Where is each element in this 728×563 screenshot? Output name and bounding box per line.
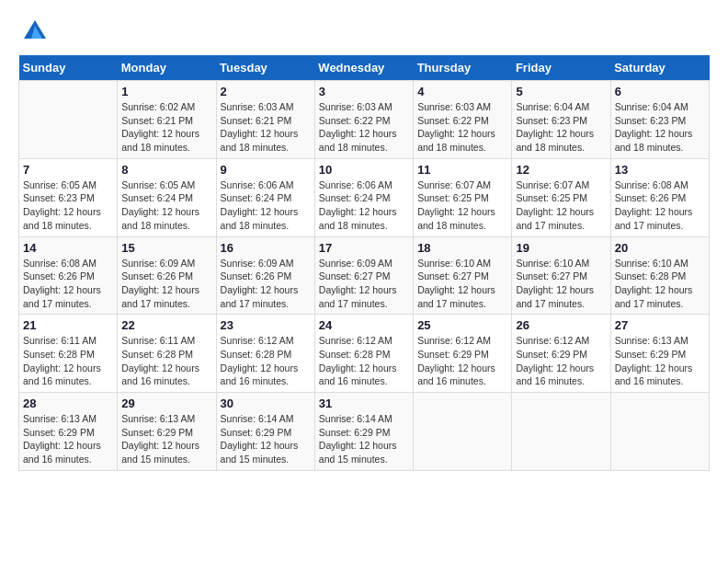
day-number: 22 [121,318,211,332]
calendar-cell: 11Sunrise: 6:07 AM Sunset: 6:25 PM Dayli… [414,158,512,236]
day-number: 21 [23,318,113,332]
calendar-cell: 12Sunrise: 6:07 AM Sunset: 6:25 PM Dayli… [512,158,610,236]
day-info: Sunrise: 6:12 AM Sunset: 6:28 PM Dayligh… [319,334,409,388]
day-info: Sunrise: 6:13 AM Sunset: 6:29 PM Dayligh… [615,334,705,388]
calendar-header: SundayMondayTuesdayWednesdayThursdayFrid… [19,55,710,81]
header-day-monday: Monday [118,55,216,81]
calendar-cell: 22Sunrise: 6:11 AM Sunset: 6:28 PM Dayli… [118,315,216,393]
day-info: Sunrise: 6:09 AM Sunset: 6:26 PM Dayligh… [221,257,311,311]
day-info: Sunrise: 6:13 AM Sunset: 6:29 PM Dayligh… [121,412,211,466]
day-info: Sunrise: 6:11 AM Sunset: 6:28 PM Dayligh… [23,334,113,388]
day-info: Sunrise: 6:08 AM Sunset: 6:26 PM Dayligh… [23,257,113,311]
calendar-cell: 9Sunrise: 6:06 AM Sunset: 6:24 PM Daylig… [216,158,314,236]
calendar-cell: 18Sunrise: 6:10 AM Sunset: 6:27 PM Dayli… [414,236,512,315]
day-number: 17 [319,241,409,255]
day-number: 11 [417,163,507,177]
day-number: 8 [121,163,211,177]
header [18,18,710,46]
day-number: 16 [221,241,311,255]
week-row-4: 21Sunrise: 6:11 AM Sunset: 6:28 PM Dayli… [19,315,710,393]
calendar-cell: 25Sunrise: 6:12 AM Sunset: 6:29 PM Dayli… [414,315,512,393]
calendar-cell: 3Sunrise: 6:03 AM Sunset: 6:22 PM Daylig… [314,81,413,159]
calendar-table: SundayMondayTuesdayWednesdayThursdayFrid… [18,55,710,471]
day-number: 6 [615,85,705,98]
day-number: 10 [319,163,409,177]
header-day-saturday: Saturday [610,55,709,81]
calendar-cell: 27Sunrise: 6:13 AM Sunset: 6:29 PM Dayli… [610,315,709,393]
day-info: Sunrise: 6:10 AM Sunset: 6:28 PM Dayligh… [615,257,705,311]
header-day-wednesday: Wednesday [314,55,413,81]
day-number: 27 [615,318,705,332]
calendar-cell: 19Sunrise: 6:10 AM Sunset: 6:27 PM Dayli… [512,236,610,315]
day-info: Sunrise: 6:07 AM Sunset: 6:25 PM Dayligh… [516,178,606,233]
calendar-cell: 6Sunrise: 6:04 AM Sunset: 6:23 PM Daylig… [610,81,709,159]
calendar-body: 1Sunrise: 6:02 AM Sunset: 6:21 PM Daylig… [19,81,710,471]
calendar-cell [610,393,709,471]
logo [18,18,48,46]
calendar-cell: 31Sunrise: 6:14 AM Sunset: 6:29 PM Dayli… [314,393,413,471]
day-number: 2 [221,85,311,98]
header-row: SundayMondayTuesdayWednesdayThursdayFrid… [19,55,710,81]
day-info: Sunrise: 6:05 AM Sunset: 6:24 PM Dayligh… [121,178,211,233]
calendar-cell [414,393,512,471]
day-info: Sunrise: 6:14 AM Sunset: 6:29 PM Dayligh… [319,412,409,466]
day-number: 15 [121,241,211,255]
day-number: 25 [417,318,507,332]
day-number: 9 [221,163,311,177]
week-row-3: 14Sunrise: 6:08 AM Sunset: 6:26 PM Dayli… [19,236,710,315]
day-info: Sunrise: 6:04 AM Sunset: 6:23 PM Dayligh… [516,100,606,155]
day-number: 23 [221,318,311,332]
day-info: Sunrise: 6:03 AM Sunset: 6:21 PM Dayligh… [221,100,311,155]
week-row-2: 7Sunrise: 6:05 AM Sunset: 6:23 PM Daylig… [19,158,710,236]
day-number: 19 [516,241,606,255]
calendar-cell: 10Sunrise: 6:06 AM Sunset: 6:24 PM Dayli… [314,158,413,236]
calendar-cell: 4Sunrise: 6:03 AM Sunset: 6:22 PM Daylig… [414,81,512,159]
calendar-cell: 8Sunrise: 6:05 AM Sunset: 6:24 PM Daylig… [118,158,216,236]
day-info: Sunrise: 6:09 AM Sunset: 6:27 PM Dayligh… [319,257,409,311]
day-info: Sunrise: 6:06 AM Sunset: 6:24 PM Dayligh… [319,178,409,233]
calendar-cell: 30Sunrise: 6:14 AM Sunset: 6:29 PM Dayli… [216,393,314,471]
day-number: 13 [615,163,705,177]
calendar-cell: 7Sunrise: 6:05 AM Sunset: 6:23 PM Daylig… [19,158,118,236]
day-info: Sunrise: 6:08 AM Sunset: 6:26 PM Dayligh… [615,178,705,233]
header-day-sunday: Sunday [19,55,118,81]
calendar-cell [512,393,610,471]
calendar-cell: 20Sunrise: 6:10 AM Sunset: 6:28 PM Dayli… [610,236,709,315]
day-number: 30 [221,396,311,410]
day-info: Sunrise: 6:05 AM Sunset: 6:23 PM Dayligh… [23,178,113,233]
day-info: Sunrise: 6:10 AM Sunset: 6:27 PM Dayligh… [417,257,507,311]
calendar-cell: 5Sunrise: 6:04 AM Sunset: 6:23 PM Daylig… [512,81,610,159]
header-day-friday: Friday [512,55,610,81]
calendar-cell: 28Sunrise: 6:13 AM Sunset: 6:29 PM Dayli… [19,393,118,471]
day-number: 31 [319,396,409,410]
day-number: 26 [516,318,606,332]
day-number: 5 [516,85,606,98]
day-number: 7 [23,163,113,177]
day-number: 12 [516,163,606,177]
header-day-tuesday: Tuesday [216,55,314,81]
day-number: 14 [23,241,113,255]
day-number: 4 [417,85,507,98]
day-info: Sunrise: 6:12 AM Sunset: 6:28 PM Dayligh… [221,334,311,388]
day-info: Sunrise: 6:03 AM Sunset: 6:22 PM Dayligh… [417,100,507,155]
day-info: Sunrise: 6:13 AM Sunset: 6:29 PM Dayligh… [23,412,113,466]
week-row-1: 1Sunrise: 6:02 AM Sunset: 6:21 PM Daylig… [19,81,710,159]
day-info: Sunrise: 6:04 AM Sunset: 6:23 PM Dayligh… [615,100,705,155]
day-info: Sunrise: 6:02 AM Sunset: 6:21 PM Dayligh… [121,100,211,155]
header-day-thursday: Thursday [414,55,512,81]
day-number: 1 [121,85,211,98]
calendar-cell [19,81,118,159]
calendar-cell: 26Sunrise: 6:12 AM Sunset: 6:29 PM Dayli… [512,315,610,393]
calendar-cell: 1Sunrise: 6:02 AM Sunset: 6:21 PM Daylig… [118,81,216,159]
day-info: Sunrise: 6:06 AM Sunset: 6:24 PM Dayligh… [221,178,311,233]
day-number: 24 [319,318,409,332]
day-info: Sunrise: 6:10 AM Sunset: 6:27 PM Dayligh… [516,257,606,311]
day-info: Sunrise: 6:03 AM Sunset: 6:22 PM Dayligh… [319,100,409,155]
calendar-cell: 15Sunrise: 6:09 AM Sunset: 6:26 PM Dayli… [118,236,216,315]
calendar-cell: 14Sunrise: 6:08 AM Sunset: 6:26 PM Dayli… [19,236,118,315]
day-number: 29 [121,396,211,410]
calendar-cell: 29Sunrise: 6:13 AM Sunset: 6:29 PM Dayli… [118,393,216,471]
day-number: 18 [417,241,507,255]
day-info: Sunrise: 6:07 AM Sunset: 6:25 PM Dayligh… [417,178,507,233]
calendar-cell: 21Sunrise: 6:11 AM Sunset: 6:28 PM Dayli… [19,315,118,393]
